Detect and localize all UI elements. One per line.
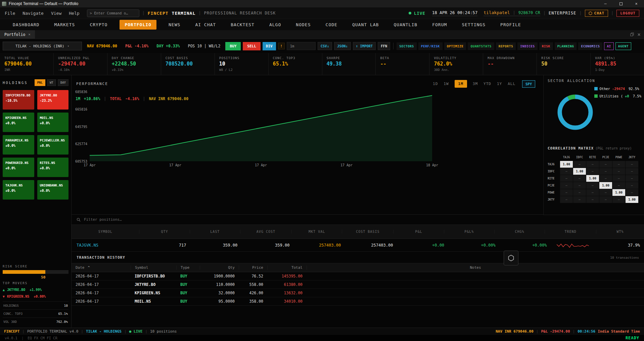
tool-quantstats[interactable]: QUANTSTATS bbox=[468, 42, 494, 50]
txn-col-price[interactable]: Price bbox=[239, 265, 267, 270]
holding-tile-rites-ns[interactable]: RITES.NS+0.0% bbox=[37, 158, 69, 177]
txn-col-date[interactable]: Date^ bbox=[72, 265, 131, 270]
tool-indices[interactable]: INDICES bbox=[517, 42, 538, 50]
tool-ai[interactable]: AI bbox=[604, 42, 613, 50]
txn-col-qty[interactable]: Qty bbox=[200, 265, 239, 270]
holding-tile-moil-ns[interactable]: MOIL.NS+0.0% bbox=[37, 113, 69, 132]
txn-col-notes[interactable]: Notes bbox=[307, 265, 644, 270]
holding-tile-tajgvk-ns[interactable]: TAJGVK.NS+0.0% bbox=[3, 180, 34, 200]
maximize-button[interactable] bbox=[613, 0, 629, 7]
pos-col-mkt-val[interactable]: MKT VAL bbox=[291, 230, 342, 233]
position-row[interactable]: TAJGVK.NS717359.00359.00257403.00257403.… bbox=[72, 239, 644, 252]
pos-col-chg[interactable]: CHG% bbox=[494, 230, 545, 233]
txn-col-total[interactable]: Total bbox=[267, 265, 307, 270]
holding-tile-kpigreen-ns[interactable]: KPIGREEN.NS+0.0% bbox=[3, 113, 34, 132]
sell-button[interactable]: SELL bbox=[243, 42, 261, 50]
holdings-mode-wt[interactable]: WT bbox=[47, 79, 56, 86]
nav-tab-forum[interactable]: FORUM bbox=[429, 20, 450, 29]
alert-button[interactable]: ! bbox=[278, 43, 285, 49]
pos-col-wt[interactable]: WT% bbox=[596, 230, 644, 233]
tool-planning[interactable]: PLANNING bbox=[555, 42, 577, 50]
tool-economics[interactable]: ECONOMICS bbox=[578, 42, 602, 50]
transaction-row[interactable]: 2026-04-17JKTYRE.BOBUY110.0000558.006138… bbox=[72, 281, 644, 289]
range-1w[interactable]: 1W bbox=[444, 82, 449, 86]
primary-nav: DASHBOARDMARKETSCRYPTOPORTFOLIONEWSAI CH… bbox=[0, 19, 644, 30]
pos-col-avg-cost[interactable]: AVG COST bbox=[240, 230, 291, 233]
nav-tab-ai-chat[interactable]: AI CHAT bbox=[192, 20, 219, 29]
logout-button[interactable]: LOGOUT bbox=[616, 10, 639, 17]
nav-tab-markets[interactable]: MARKETS bbox=[52, 20, 78, 29]
nav-tab-quant-lab[interactable]: QUANT LAB bbox=[350, 20, 381, 29]
pos-col-p-l[interactable]: P&L% bbox=[444, 230, 494, 233]
pos-col-trend[interactable]: TREND bbox=[545, 230, 596, 233]
nav-tab-quantlib[interactable]: QUANTLIB bbox=[391, 20, 420, 29]
action-ffn[interactable]: FFN bbox=[378, 42, 390, 50]
pos-col-symbol[interactable]: SYMBOL bbox=[72, 230, 139, 233]
action-csv[interactable]: CSV↓ bbox=[318, 42, 332, 50]
nav-tab-algo[interactable]: ALGO bbox=[267, 20, 284, 29]
minimize-button[interactable]: — bbox=[598, 0, 613, 7]
range-all[interactable]: ALL bbox=[508, 82, 515, 86]
matrix-cell: – bbox=[586, 182, 599, 189]
range-1y[interactable]: 1Y bbox=[497, 82, 502, 86]
nav-tab-nodes[interactable]: NODES bbox=[293, 20, 313, 29]
positions-filter[interactable]: Filter positions… bbox=[72, 215, 644, 225]
tool-agent[interactable]: AGENT bbox=[615, 42, 631, 50]
pos-col-p-l[interactable]: P&L bbox=[393, 230, 444, 233]
holding-tile-pcjeweller-ns[interactable]: PCJEWELLER.NS+0.0% bbox=[37, 135, 69, 155]
close-button[interactable]: × bbox=[629, 0, 644, 7]
tool-reports[interactable]: REPORTS bbox=[496, 42, 516, 50]
range-1d[interactable]: 1D bbox=[433, 82, 438, 86]
command-input[interactable]: > Enter Command o… bbox=[87, 9, 139, 17]
holding-tile-powergrid-ns[interactable]: POWERGRID.NS+0.0% bbox=[3, 158, 34, 177]
txn-col-symbol[interactable]: Symbol bbox=[131, 265, 176, 270]
agent-floating-button[interactable] bbox=[504, 251, 518, 265]
holdings-mode-pnl[interactable]: PNL bbox=[35, 79, 45, 86]
holding-tile-paragmilk-ns[interactable]: PARAGMILK.NS+0.0% bbox=[3, 135, 34, 155]
tab-label: Portfolio bbox=[4, 32, 25, 37]
pos-col-qty[interactable]: QTY bbox=[139, 230, 189, 233]
timeframe-input[interactable]: 1m bbox=[287, 42, 316, 50]
range-3m[interactable]: 3M bbox=[473, 82, 478, 86]
nav-tab-profile[interactable]: PROFILE bbox=[498, 20, 524, 29]
action-json[interactable]: JSON↓ bbox=[334, 42, 351, 50]
nav-tab-settings[interactable]: SETTINGS bbox=[459, 20, 488, 29]
nav-tab-news[interactable]: NEWS bbox=[166, 20, 183, 29]
range-1m[interactable]: 1M bbox=[455, 80, 467, 88]
transaction-row[interactable]: 2026-04-17IDFCFIRSTB.BOBUY1900.000076.52… bbox=[72, 272, 644, 281]
portfolio-select[interactable]: TILAK - HOLDINGS (INR) ▾ bbox=[3, 42, 82, 50]
menu-help[interactable]: Help bbox=[69, 11, 79, 16]
tool-optimize[interactable]: OPTIMIZE bbox=[444, 42, 466, 50]
pos-col-last[interactable]: LAST bbox=[190, 230, 240, 233]
txn-col-type[interactable]: Type bbox=[176, 265, 200, 270]
nav-tab-code[interactable]: CODE bbox=[323, 20, 340, 29]
tool-sectors[interactable]: SECTORS bbox=[397, 42, 417, 50]
restore-pane-icon[interactable] bbox=[630, 33, 634, 36]
holding-tile-idfcfirstb-bo[interactable]: IDFCFIRSTB.BO-10.5% bbox=[3, 90, 34, 110]
holdings-mode-day[interactable]: DAY bbox=[58, 79, 68, 86]
tab-portfolio[interactable]: Portfolio × bbox=[0, 30, 35, 39]
buy-button[interactable]: BUY bbox=[225, 42, 241, 50]
holding-tile-jktyre-bo[interactable]: JKTYRE.BO-23.2% bbox=[37, 90, 69, 110]
holding-tile-unionbank-ns[interactable]: UNIONBANK.NS+0.0% bbox=[37, 180, 69, 200]
transaction-row[interactable]: 2026-04-17KPIGREEN.NSBUY32.0000426.00136… bbox=[72, 289, 644, 297]
dividend-button[interactable]: DIV bbox=[263, 42, 276, 50]
pos-col-cost-basis[interactable]: COST BASIS bbox=[342, 230, 393, 233]
spy-benchmark-button[interactable]: SPY bbox=[522, 80, 535, 88]
username[interactable]: tilakpatel bbox=[484, 10, 510, 15]
menu-file[interactable]: File bbox=[5, 11, 15, 16]
nav-tab-backtest[interactable]: BACKTEST bbox=[228, 20, 257, 29]
menu-view[interactable]: View bbox=[51, 11, 61, 16]
nav-tab-dashboard[interactable]: DASHBOARD bbox=[10, 20, 42, 29]
tab-close-icon[interactable]: × bbox=[28, 32, 31, 37]
transaction-row[interactable]: 2026-04-17MOIL.NSBUY95.0000358.0034010.0… bbox=[72, 297, 644, 306]
action-import[interactable]: ↑ IMPORT bbox=[353, 42, 376, 50]
tool-risk[interactable]: RISK bbox=[539, 42, 553, 50]
close-pane-icon[interactable]: × bbox=[637, 31, 641, 38]
tool-perf-risk[interactable]: PERF/RISK bbox=[418, 42, 443, 50]
range-ytd[interactable]: YTD bbox=[484, 82, 491, 86]
nav-tab-portfolio[interactable]: PORTFOLIO bbox=[120, 20, 156, 30]
menu-navigate[interactable]: Navigate bbox=[22, 11, 44, 16]
nav-tab-crypto[interactable]: CRYPTO bbox=[87, 20, 110, 29]
chat-button[interactable]: CHAT bbox=[585, 10, 608, 17]
